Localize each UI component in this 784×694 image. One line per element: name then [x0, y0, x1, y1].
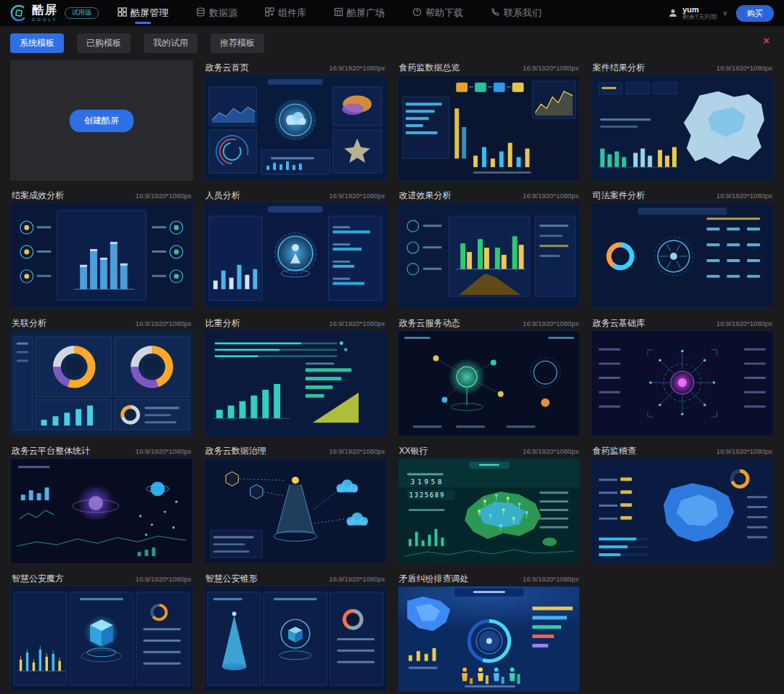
template-card-personnel[interactable]: 人员分析16:9/1920*1080px [204, 188, 387, 309]
template-thumbnail[interactable] [10, 203, 193, 309]
nav-item-data-source[interactable]: 数据源 [196, 3, 237, 24]
template-thumbnail[interactable] [591, 330, 774, 436]
template-title: 政务云数据治理 [205, 445, 266, 457]
nav-item-label: 联系我们 [504, 7, 542, 20]
template-grid: 创建酷屏 政务云首页16:9/1920*1080px食药监数据总览16:9/19… [0, 59, 784, 694]
template-thumbnail[interactable] [204, 330, 387, 436]
template-thumbnail[interactable] [398, 586, 581, 692]
template-thumbnail[interactable] [591, 203, 774, 309]
user-icon [668, 8, 678, 18]
template-thumbnail[interactable] [10, 330, 193, 436]
template-card-proportion[interactable]: 比重分析16:9/1920*1080px [204, 316, 387, 436]
create-screen-button[interactable]: 创建酷屏 [70, 110, 134, 132]
help-icon [412, 7, 422, 19]
template-thumbnail[interactable] [10, 458, 193, 564]
template-size: 16:9/1920*1080px [716, 192, 772, 200]
nav-item-label: 帮助下载 [425, 7, 463, 20]
template-title: 食药监数据总览 [399, 62, 460, 74]
template-card-base-lib[interactable]: 政务云基础库16:9/1920*1080px [591, 316, 774, 436]
main-nav: 酷屏管理数据源组件库酷屏广场帮助下载联系我们 [118, 3, 542, 24]
buy-button[interactable]: 购买 [736, 5, 774, 22]
template-size: 16:9/1920*1080px [136, 192, 192, 200]
template-thumbnail[interactable] [204, 75, 387, 181]
template-title: 关联分析 [12, 317, 46, 330]
template-size: 16:9/1920*1080px [136, 319, 192, 327]
template-card-case-closure[interactable]: 结案成效分析16:9/1920*1080px [10, 188, 193, 309]
nav-item-component-library[interactable]: 组件库 [265, 3, 306, 24]
template-thumbnail[interactable] [204, 586, 387, 692]
template-title: 结案成效分析 [12, 189, 64, 202]
user-menu[interactable]: yum 剩余7天到期 ∨ [668, 5, 727, 21]
app-logo: 酷屏 COOLY [10, 4, 58, 22]
svg-text:1325689: 1325689 [409, 491, 444, 499]
market-icon [334, 7, 343, 19]
template-size: 16:9/1920*1080px [716, 319, 772, 327]
template-card-head: 智慧公安锥形16:9/1920*1080px [204, 571, 387, 586]
template-card-judicial[interactable]: 司法案件分析16:9/1920*1080px [591, 188, 774, 309]
template-size: 16:9/1920*1080px [716, 64, 772, 72]
template-card-case-result[interactable]: 案件结果分析16:9/1920*1080px [591, 60, 774, 181]
tab-system-templates[interactable]: 系统模板 [10, 33, 64, 53]
template-card-head: 司法案件分析16:9/1920*1080px [591, 188, 774, 203]
grid-icon [118, 7, 127, 19]
template-thumbnail[interactable] [10, 586, 193, 692]
nav-item-screen-market[interactable]: 酷屏广场 [334, 3, 385, 24]
template-thumbnail[interactable] [591, 458, 774, 564]
template-size: 16:9/1920*1080px [329, 575, 385, 583]
template-size: 16:9/1920*1080px [523, 192, 579, 200]
template-card-platform-stats[interactable]: 政务云平台整体统计16:9/1920*1080px [10, 444, 193, 564]
template-title: 食药监稽查 [592, 445, 636, 457]
template-card-head: 政务云首页16:9/1920*1080px [204, 60, 387, 75]
nav-item-contact-us[interactable]: 联系我们 [491, 3, 542, 24]
template-thumbnail[interactable] [204, 458, 387, 564]
template-title: XX银行 [399, 445, 428, 457]
template-card-police-cube[interactable]: 智慧公安魔方16:9/1920*1080px [10, 571, 193, 692]
chevron-down-icon: ∨ [722, 9, 727, 17]
nav-item-help-download[interactable]: 帮助下载 [412, 3, 463, 24]
template-thumbnail[interactable] [204, 203, 387, 309]
template-card-correlation[interactable]: 关联分析16:9/1920*1080px [10, 316, 193, 436]
template-card-head: 政务云数据治理16:9/1920*1080px [204, 444, 387, 458]
template-card-inspection[interactable]: 食药监稽查16:9/1920*1080px [591, 444, 774, 564]
template-title: 案件结果分析 [592, 62, 645, 74]
template-card-service-dynamic[interactable]: 政务云服务动态16:9/1920*1080px [398, 316, 581, 436]
trial-badge: 试用版 [65, 7, 99, 19]
nav-active-underline [351, 22, 367, 24]
template-card-head: 矛盾纠纷排查调处16:9/1920*1080px [398, 571, 581, 586]
template-size: 16:9/1920*1080px [329, 64, 385, 72]
tab-my-trials[interactable]: 我的试用 [144, 33, 197, 53]
template-card-food-drug[interactable]: 食药监数据总览16:9/1920*1080px [398, 60, 581, 181]
template-title: 改进效果分析 [399, 189, 452, 202]
template-tabs: 系统模板已购模板我的试用推荐模板 [10, 33, 264, 53]
template-card-gov-home[interactable]: 政务云首页16:9/1920*1080px [204, 60, 387, 181]
template-thumbnail[interactable] [398, 203, 581, 309]
template-thumbnail[interactable] [398, 75, 581, 181]
template-card-head: 比重分析16:9/1920*1080px [204, 316, 387, 330]
nav-item-screen-management[interactable]: 酷屏管理 [118, 3, 168, 24]
template-size: 16:9/1920*1080px [136, 575, 192, 583]
svg-text:31958: 31958 [410, 479, 444, 486]
nav-active-underline [278, 22, 294, 24]
template-card-data-gov[interactable]: 政务云数据治理16:9/1920*1080px [204, 444, 387, 564]
close-icon[interactable]: × [763, 35, 769, 46]
nav-active-underline [209, 22, 225, 24]
template-thumbnail[interactable] [398, 330, 581, 436]
template-size: 16:9/1920*1080px [329, 447, 385, 455]
template-card-head: 食药监数据总览16:9/1920*1080px [398, 60, 581, 75]
template-thumbnail[interactable]: 319581325689 [398, 458, 581, 564]
template-card-head: 改进效果分析16:9/1920*1080px [398, 188, 581, 203]
template-card-head: 结案成效分析16:9/1920*1080px [10, 188, 193, 203]
template-thumbnail[interactable] [591, 75, 774, 181]
template-title: 司法案件分析 [592, 189, 645, 202]
template-card-xx-bank[interactable]: XX银行16:9/1920*1080px319581325689 [398, 444, 581, 564]
create-screen-card[interactable]: 创建酷屏 [10, 60, 193, 181]
template-card-conflict[interactable]: 矛盾纠纷排查调处16:9/1920*1080px [398, 571, 581, 692]
database-icon [196, 7, 205, 19]
template-size: 16:9/1920*1080px [329, 319, 385, 327]
template-card-police-cone[interactable]: 智慧公安锥形16:9/1920*1080px [204, 571, 387, 692]
template-card-improvement[interactable]: 改进效果分析16:9/1920*1080px [398, 188, 581, 309]
user-subscription-status: 剩余7天到期 [682, 14, 716, 21]
tab-recommended-templates[interactable]: 推荐模板 [211, 33, 264, 53]
template-title: 智慧公安锥形 [205, 573, 258, 585]
tab-purchased-templates[interactable]: 已购模板 [77, 33, 131, 53]
